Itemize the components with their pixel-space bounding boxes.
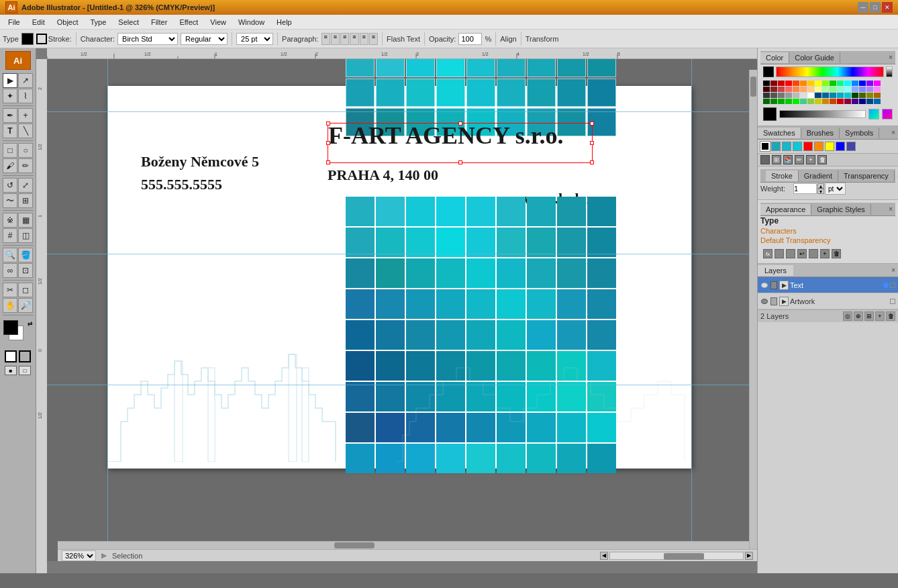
c-cell[interactable] xyxy=(807,87,814,92)
c-cell[interactable] xyxy=(778,81,785,86)
c-cell[interactable] xyxy=(837,81,844,86)
c-cell[interactable] xyxy=(800,81,807,86)
characters-link[interactable]: Characters xyxy=(760,227,797,235)
appearance-delete-btn[interactable]: 🗑 xyxy=(832,249,841,258)
stroke-mode-btn[interactable] xyxy=(19,350,31,362)
c-cell[interactable] xyxy=(763,99,770,104)
c-cell[interactable] xyxy=(830,99,836,104)
color-fg[interactable] xyxy=(763,66,774,77)
mesh-tool[interactable]: # xyxy=(3,228,17,243)
hand-tool[interactable]: ✋ xyxy=(3,298,17,313)
c-cell[interactable] xyxy=(830,93,836,98)
eraser-tool[interactable]: ◻ xyxy=(18,283,33,297)
c-cell[interactable] xyxy=(837,99,844,104)
scrollbar-thumb-h[interactable] xyxy=(334,542,375,548)
c-cell[interactable] xyxy=(822,81,829,86)
layer-visibility-eye-1[interactable] xyxy=(760,281,768,289)
stroke-unit-select[interactable]: pt xyxy=(825,183,846,195)
sw-cell[interactable] xyxy=(782,142,791,151)
c-cell[interactable] xyxy=(793,99,799,104)
c-cell[interactable] xyxy=(844,81,851,86)
layer-target-2[interactable] xyxy=(890,299,895,304)
color-spectrum-bar[interactable] xyxy=(776,66,884,77)
paintbrush-tool[interactable]: 🖌 xyxy=(3,158,17,173)
swap-colors-icon[interactable]: ⇄ xyxy=(28,320,33,327)
c-cell[interactable] xyxy=(852,99,858,104)
c-cell[interactable] xyxy=(793,87,799,92)
color-bw-bar[interactable] xyxy=(886,66,893,77)
c-cell[interactable] xyxy=(822,93,829,98)
c-cell[interactable] xyxy=(844,93,851,98)
align-right-btn[interactable]: ≡ xyxy=(340,33,349,45)
lasso-tool[interactable]: ⌇ xyxy=(18,89,33,103)
layer-lock-2[interactable] xyxy=(770,297,777,305)
c-cell[interactable] xyxy=(763,93,770,98)
stroke-tab[interactable]: Stroke xyxy=(766,170,799,181)
rect-tool[interactable]: □ xyxy=(3,143,17,158)
swatches-panel-close[interactable]: × xyxy=(889,129,898,136)
scissors-tool[interactable]: ✂ xyxy=(3,283,17,297)
c-cell[interactable] xyxy=(837,93,844,98)
c-cell[interactable] xyxy=(874,81,881,86)
selection-tool[interactable]: ▶ xyxy=(3,73,17,88)
layer-target-1[interactable] xyxy=(890,283,895,288)
c-cell[interactable] xyxy=(785,87,792,92)
default-transparency-link[interactable]: Default Transparency xyxy=(760,236,831,244)
brushes-tab[interactable]: Brushes xyxy=(801,128,840,138)
color-panel-close[interactable]: × xyxy=(886,54,895,61)
maximize-button[interactable]: □ xyxy=(870,2,881,13)
c-cell[interactable] xyxy=(793,93,799,98)
color-guide-tab[interactable]: Color Guide xyxy=(789,52,840,63)
c-cell[interactable] xyxy=(778,93,785,98)
c-cell[interactable] xyxy=(763,81,770,86)
font-style-select[interactable]: Regular xyxy=(181,33,228,45)
menu-view[interactable]: View xyxy=(205,17,232,28)
c-cell[interactable] xyxy=(785,99,792,104)
blend-tool[interactable]: ∞ xyxy=(3,263,17,278)
menu-help[interactable]: Help xyxy=(271,17,297,28)
c-cell[interactable] xyxy=(815,99,821,104)
align-center-btn[interactable]: ≡ xyxy=(331,33,340,45)
color-target-icon[interactable] xyxy=(868,109,879,119)
layers-tab[interactable]: Layers xyxy=(758,265,793,276)
appearance-redo-btn[interactable]: ↩ xyxy=(797,249,807,258)
slice-tool[interactable]: ⊡ xyxy=(18,263,33,278)
c-cell[interactable] xyxy=(770,99,777,104)
c-cell[interactable] xyxy=(770,87,777,92)
direct-select-tool[interactable]: ↗ xyxy=(18,73,33,88)
fill-mode-btn[interactable] xyxy=(5,350,17,362)
stroke-down-btn[interactable]: ▼ xyxy=(817,189,824,194)
graphic-styles-tab[interactable]: Graphic Styles xyxy=(811,204,871,215)
scroll-left-btn[interactable]: ◀ xyxy=(600,552,608,560)
symbols-tab[interactable]: Symbols xyxy=(840,128,879,138)
paint-bucket-tool[interactable]: 🪣 xyxy=(18,248,33,262)
scrollbar-thumb-v[interactable] xyxy=(750,77,756,97)
c-cell[interactable] xyxy=(763,87,770,92)
sw-cell[interactable] xyxy=(846,142,856,151)
c-cell[interactable] xyxy=(770,81,777,86)
appearance-panel-close[interactable]: × xyxy=(886,205,895,213)
gradient-tool[interactable]: ◫ xyxy=(18,228,33,243)
scroll-right-btn[interactable]: ▶ xyxy=(745,552,753,560)
c-cell[interactable] xyxy=(778,87,785,92)
c-cell[interactable] xyxy=(874,87,881,92)
fill-color-box[interactable] xyxy=(21,33,34,45)
justify-btn[interactable]: ≡ xyxy=(350,33,358,45)
color-slider-track[interactable] xyxy=(779,110,866,118)
c-cell[interactable] xyxy=(822,87,829,92)
gradient-tab[interactable]: Gradient xyxy=(799,170,838,181)
stroke-weight-input[interactable] xyxy=(793,183,817,194)
stroke-panel-close[interactable]: × xyxy=(895,172,898,179)
c-cell[interactable] xyxy=(830,87,836,92)
c-cell[interactable] xyxy=(800,93,807,98)
c-cell[interactable] xyxy=(866,93,873,98)
type-tool[interactable]: T xyxy=(3,124,17,138)
c-cell[interactable] xyxy=(837,87,844,92)
stroke-up-btn[interactable]: ▲ xyxy=(817,183,824,189)
c-cell[interactable] xyxy=(852,81,858,86)
horizontal-scrollbar[interactable] xyxy=(58,541,749,549)
rotate-tool[interactable]: ↺ xyxy=(3,178,17,193)
swatch-show-kinds-btn[interactable] xyxy=(760,155,770,164)
layer-text-row[interactable]: ▶ Text xyxy=(758,277,898,293)
ellipse-tool[interactable]: ○ xyxy=(18,143,33,158)
